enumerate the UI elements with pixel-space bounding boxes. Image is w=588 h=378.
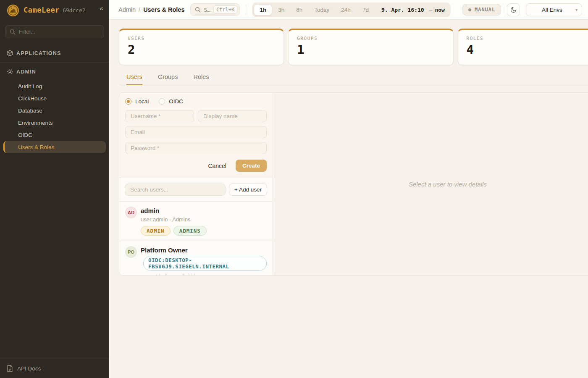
user-search-row: + Add user <box>119 178 273 202</box>
time-range-24h[interactable]: 24h <box>335 4 357 16</box>
time-range-group: 1h 3h 6h Today 24h 7d 9. Apr. 16:10 – no… <box>252 3 450 17</box>
chevron-down-icon: ▾ <box>575 8 578 12</box>
user-name: admin <box>141 207 207 215</box>
stat-card-users[interactable]: USERS 2 <box>119 29 284 65</box>
sidebar-item-environments[interactable]: Environments <box>3 117 106 129</box>
topbar-divider <box>246 4 246 15</box>
stat-card-groups[interactable]: GROUPS 1 <box>288 29 453 65</box>
group-badge: ADMINS <box>173 226 207 236</box>
sidebar-item-database[interactable]: Database <box>3 105 106 116</box>
sidebar-item-label: Audit Log <box>18 83 42 89</box>
topbar: Admin / Users & Roles S… Ctrl+K 1h 3h 6h… <box>109 0 588 20</box>
time-range-1h[interactable]: 1h <box>254 4 272 16</box>
sidebar-section-label: APPLICATIONS <box>16 50 61 56</box>
user-type-radio-group: Local OIDC <box>125 98 267 105</box>
sidebar-divider <box>0 62 109 63</box>
users-panel: Local OIDC <box>119 92 588 276</box>
environment-select-value: All Envs <box>542 7 562 13</box>
gear-icon <box>7 68 13 75</box>
search-users-input[interactable] <box>125 184 226 196</box>
tab-users[interactable]: Users <box>126 74 142 85</box>
time-to-value[interactable]: now <box>435 7 444 13</box>
global-search-button[interactable]: S… Ctrl+K <box>190 3 240 16</box>
sidebar-filter-input[interactable] <box>19 29 100 35</box>
stat-cards: USERS 2 GROUPS 1 ROLES 4 <box>119 29 588 65</box>
sidebar-admin-items: Audit Log ClickHouse Database Environmen… <box>0 79 109 156</box>
environment-select[interactable]: All Envs ▾ <box>526 3 582 16</box>
stat-value: 1 <box>297 42 444 57</box>
tab-roles[interactable]: Roles <box>193 74 209 85</box>
sidebar-item-clickhouse[interactable]: ClickHouse <box>3 92 106 104</box>
user-row-admin[interactable]: AD admin user:admin · Admins ADMIN ADMIN… <box>119 202 273 241</box>
sidebar-section-label: ADMIN <box>16 69 36 75</box>
stat-value: 4 <box>467 42 588 57</box>
sidebar-item-label: OIDC <box>18 132 32 138</box>
api-docs-label: API Docs <box>17 365 41 372</box>
user-row-platform-owner[interactable]: PO Platform Owner OIDC:DESKTOP-FB5VGJ9.S… <box>119 241 273 275</box>
email-field[interactable] <box>125 126 267 138</box>
theme-toggle-button[interactable] <box>507 3 520 16</box>
radio-oidc[interactable]: OIDC <box>159 98 183 105</box>
sidebar-item-users-roles[interactable]: Users & Roles <box>3 141 106 153</box>
cancel-button[interactable]: Cancel <box>205 160 230 172</box>
breadcrumb-separator: / <box>139 6 140 13</box>
breadcrumb-current: Users & Roles <box>143 6 184 13</box>
user-badges: ADMIN ADMINS <box>141 226 207 236</box>
stat-label: ROLES <box>467 36 588 41</box>
tab-groups[interactable]: Groups <box>158 74 178 85</box>
avatar: AD <box>125 207 137 218</box>
sidebar-section-applications[interactable]: APPLICATIONS <box>0 46 109 60</box>
time-range-7d[interactable]: 7d <box>357 4 375 16</box>
time-range-3h[interactable]: 3h <box>272 4 290 16</box>
breadcrumb-admin[interactable]: Admin <box>118 6 136 13</box>
content-area: USERS 2 GROUPS 1 ROLES 4 Users Groups Ro… <box>109 20 588 378</box>
search-icon <box>195 7 201 13</box>
sidebar-item-label: ClickHouse <box>18 95 47 102</box>
display-name-field[interactable] <box>198 110 267 122</box>
sidebar-item-oidc[interactable]: OIDC <box>3 129 106 141</box>
avatar: PO <box>125 246 137 258</box>
stat-card-roles[interactable]: ROLES 4 <box>458 29 588 65</box>
sidebar-item-label: Environments <box>18 120 53 126</box>
cube-icon <box>7 50 13 56</box>
stat-label: USERS <box>128 36 275 41</box>
user-meta: user:admin · Admins <box>141 216 207 223</box>
brand-name: CameLeer <box>24 6 60 14</box>
time-range-today[interactable]: Today <box>308 4 335 16</box>
stat-label: GROUPS <box>297 36 444 41</box>
search-icon <box>10 29 16 35</box>
camel-logo-icon <box>7 4 19 17</box>
api-docs-link[interactable]: API Docs <box>0 359 109 378</box>
refresh-mode-badge[interactable]: MANUAL <box>462 4 501 16</box>
users-panel-left: Local OIDC <box>119 93 273 275</box>
sidebar-filter[interactable] <box>5 25 104 38</box>
user-detail-panel: Select a user to view details <box>273 93 588 275</box>
password-field[interactable] <box>125 142 267 154</box>
create-user-form: Local OIDC <box>119 93 273 178</box>
stat-value: 2 <box>128 42 275 57</box>
sidebar-header: CameLeer 69dcce2 « <box>0 0 109 19</box>
sidebar-section-admin[interactable]: ADMIN <box>0 64 109 79</box>
sidebar-item-label: Users & Roles <box>18 144 54 150</box>
create-button[interactable]: Create <box>236 160 267 172</box>
role-badge: ADMIN <box>141 226 171 236</box>
add-user-button[interactable]: + Add user <box>229 184 267 196</box>
search-shortcut-kbd: Ctrl+K <box>213 5 237 14</box>
refresh-mode-label: MANUAL <box>475 7 495 13</box>
sidebar-item-label: Database <box>18 108 42 114</box>
radio-local[interactable]: Local <box>125 98 149 105</box>
radio-label: Local <box>135 98 149 105</box>
sidebar: CameLeer 69dcce2 « APPLICATIONS ADMIN <box>0 0 109 378</box>
oidc-issuer-badge: OIDC:DESKTOP-FB5VGJ9.SIEGELN.INTERNAL <box>143 256 267 271</box>
sidebar-item-audit-log[interactable]: Audit Log <box>3 80 106 92</box>
tab-bar: Users Groups Roles <box>119 74 588 85</box>
time-range-6h[interactable]: 6h <box>290 4 308 16</box>
document-icon <box>7 365 13 372</box>
version-label: 69dcce2 <box>63 7 86 13</box>
empty-state-message: Select a user to view details <box>409 181 487 188</box>
manual-dot-icon <box>468 8 471 11</box>
username-field[interactable] <box>125 110 194 122</box>
collapse-sidebar-icon[interactable]: « <box>100 5 103 12</box>
user-name: Platform Owner <box>141 246 267 254</box>
time-from-value[interactable]: 9. Apr. 16:10 <box>381 7 424 13</box>
